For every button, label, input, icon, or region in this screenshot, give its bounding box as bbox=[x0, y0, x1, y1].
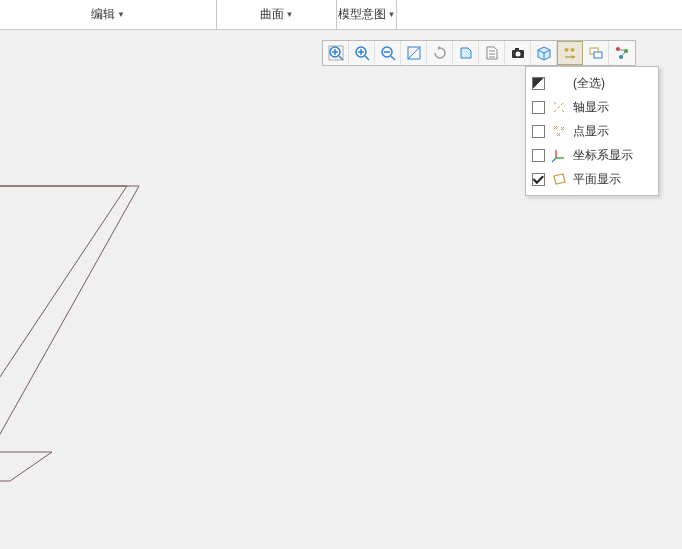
svg-marker-48 bbox=[554, 174, 565, 184]
layers-icon bbox=[588, 45, 604, 61]
dropdown-item-axis[interactable]: 轴显示 bbox=[530, 95, 654, 119]
tab-edit-label: 编辑 bbox=[91, 6, 115, 23]
menu-bar: 编辑 ▼ 曲面 ▼ 模型意图 ▼ bbox=[0, 0, 682, 30]
svg-line-35 bbox=[621, 51, 626, 57]
dropdown-item-csys[interactable]: 坐标系显示 bbox=[530, 143, 654, 167]
dropdown-item-select-all[interactable]: (全选) bbox=[530, 71, 654, 95]
svg-line-10 bbox=[391, 56, 395, 60]
blank-icon bbox=[551, 75, 567, 91]
svg-text:✱: ✱ bbox=[564, 47, 569, 53]
plane-icon bbox=[551, 171, 567, 187]
svg-rect-30 bbox=[594, 52, 602, 58]
datum-display-button[interactable]: ✱ ✱ bbox=[557, 41, 583, 65]
datum-display-dropdown: (全选) 轴显示 点显示 bbox=[525, 66, 659, 196]
cube-icon bbox=[536, 45, 552, 61]
camera-icon bbox=[510, 45, 526, 61]
checkbox-icon bbox=[532, 101, 545, 114]
dropdown-item-plane[interactable]: 平面显示 bbox=[530, 167, 654, 191]
refit-button[interactable] bbox=[401, 41, 427, 65]
graph-button[interactable] bbox=[609, 41, 635, 65]
tab-model-intent[interactable]: 模型意图 ▼ bbox=[337, 0, 397, 29]
svg-line-47 bbox=[552, 158, 556, 162]
dropdown-label: 坐标系显示 bbox=[573, 147, 652, 164]
dropdown-label: 轴显示 bbox=[573, 99, 652, 116]
layers-button[interactable] bbox=[583, 41, 609, 65]
view-toolbar: ✱ ✱ bbox=[322, 40, 636, 66]
svg-rect-20 bbox=[515, 48, 519, 51]
dropdown-label: 平面显示 bbox=[573, 171, 652, 188]
checkbox-checked-icon bbox=[532, 173, 545, 186]
svg-marker-14 bbox=[438, 46, 441, 50]
checkbox-icon bbox=[532, 125, 545, 138]
checkbox-icon bbox=[532, 149, 545, 162]
dropdown-label: 点显示 bbox=[573, 123, 652, 140]
axis-icon bbox=[551, 99, 567, 115]
dropdown-label: (全选) bbox=[573, 75, 652, 92]
tab-surface-label: 曲面 bbox=[260, 6, 284, 23]
notes-icon bbox=[484, 45, 500, 61]
datum-display-icon: ✱ ✱ bbox=[562, 45, 578, 61]
chevron-down-icon: ▼ bbox=[117, 11, 125, 19]
tab-model-intent-label: 模型意图 bbox=[338, 6, 386, 23]
svg-line-1 bbox=[339, 56, 343, 60]
svg-line-6 bbox=[365, 56, 369, 60]
point-icon bbox=[551, 123, 567, 139]
svg-text:✱: ✱ bbox=[570, 47, 575, 53]
spin-button[interactable] bbox=[427, 41, 453, 65]
svg-line-38 bbox=[562, 110, 564, 112]
svg-line-37 bbox=[554, 102, 556, 104]
svg-marker-28 bbox=[572, 55, 575, 59]
tri-state-checkbox-icon bbox=[532, 77, 545, 90]
graph-icon bbox=[614, 45, 630, 61]
svg-line-13 bbox=[408, 47, 420, 59]
sheet-button[interactable] bbox=[453, 41, 479, 65]
spin-icon bbox=[432, 45, 448, 61]
tab-edit[interactable]: 编辑 ▼ bbox=[0, 0, 217, 29]
zoom-out-icon bbox=[380, 45, 396, 61]
chevron-down-icon: ▼ bbox=[286, 11, 294, 19]
view-manager-button[interactable] bbox=[531, 41, 557, 65]
tabbar-filler bbox=[397, 0, 682, 29]
chevron-down-icon: ▼ bbox=[388, 11, 396, 19]
zoom-in-button[interactable] bbox=[349, 41, 375, 65]
zoom-extents-icon bbox=[328, 45, 344, 61]
zoom-out-button[interactable] bbox=[375, 41, 401, 65]
snapshot-button[interactable] bbox=[505, 41, 531, 65]
zoom-in-icon bbox=[354, 45, 370, 61]
sheet-icon bbox=[458, 45, 474, 61]
tab-surface[interactable]: 曲面 ▼ bbox=[217, 0, 337, 29]
refit-icon bbox=[406, 45, 422, 61]
zoom-extents-button[interactable] bbox=[323, 41, 349, 65]
notes-button[interactable] bbox=[479, 41, 505, 65]
svg-point-19 bbox=[515, 52, 520, 57]
dropdown-item-point[interactable]: 点显示 bbox=[530, 119, 654, 143]
csys-icon bbox=[551, 147, 567, 163]
